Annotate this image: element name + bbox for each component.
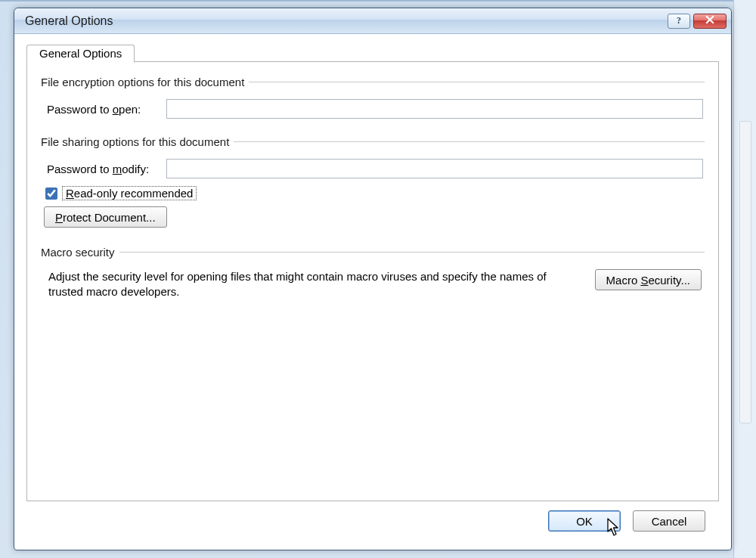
close-button[interactable]	[693, 14, 727, 29]
tab-strip: General Options	[26, 44, 135, 62]
macro-security-button[interactable]: Macro Security...	[595, 269, 702, 290]
scrollbar-track	[739, 121, 751, 423]
row-password-modify: Password to modify:	[42, 156, 703, 181]
group-file-encryption-legend: File encryption options for this documen…	[41, 76, 249, 88]
macro-security-text: Adjust the security level for opening fi…	[48, 269, 580, 300]
dialog-title: General Options	[25, 14, 665, 28]
row-password-open: Password to open:	[42, 96, 703, 122]
row-macro-security: Adjust the security level for opening fi…	[42, 266, 703, 300]
row-protect-document: Protect Document...	[42, 205, 703, 232]
cancel-button[interactable]: Cancel	[633, 510, 705, 532]
checkbox-readonly-recommended[interactable]	[45, 188, 57, 200]
ok-button[interactable]: OK	[548, 510, 621, 532]
close-icon	[705, 15, 714, 26]
background-scroll-region	[733, 0, 756, 558]
label-password-open: Password to open:	[42, 103, 166, 116]
group-macro-security: Macro security Adjust the security level…	[41, 246, 705, 302]
help-icon: ?	[677, 15, 681, 26]
dialog-client: General Options File encryption options …	[14, 34, 731, 550]
group-macro-security-legend: Macro security	[41, 246, 119, 259]
group-file-sharing-legend: File sharing options for this document	[41, 135, 234, 148]
titlebar[interactable]: General Options ?	[14, 8, 731, 34]
tab-host: General Options File encryption options …	[26, 61, 719, 501]
label-password-modify: Password to modify:	[42, 163, 166, 175]
dialog-button-bar: OK Cancel	[26, 501, 719, 541]
group-file-sharing: File sharing options for this document P…	[41, 135, 705, 234]
help-button[interactable]: ?	[668, 14, 690, 29]
protect-document-button[interactable]: Protect Document...	[44, 206, 167, 228]
tab-page: File encryption options for this documen…	[27, 62, 718, 501]
group-file-encryption: File encryption options for this documen…	[41, 76, 705, 123]
general-options-dialog: General Options ? General Options File e…	[14, 8, 732, 550]
input-password-open[interactable]	[166, 99, 703, 119]
tab-general-options[interactable]: General Options	[26, 45, 135, 63]
row-readonly-recommended: Read-only recommended	[42, 181, 703, 205]
input-password-modify[interactable]	[166, 159, 703, 178]
label-readonly-recommended[interactable]: Read-only recommended	[62, 186, 197, 200]
